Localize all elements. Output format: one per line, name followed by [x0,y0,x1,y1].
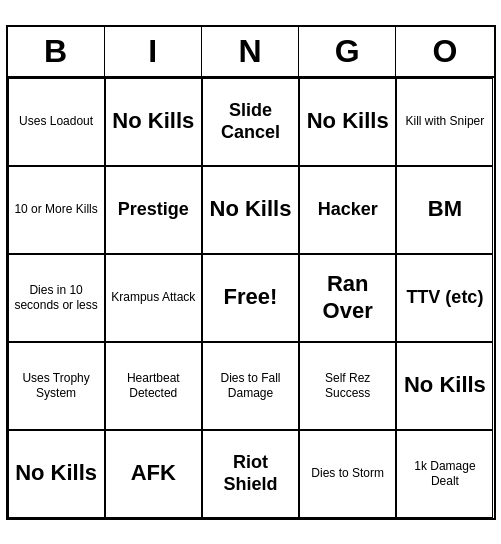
bingo-cell-14: TTV (etc) [396,254,493,342]
header-letter-B: B [8,27,105,76]
bingo-cell-11: Krampus Attack [105,254,202,342]
bingo-cell-19: No Kills [396,342,493,430]
bingo-cell-17: Dies to Fall Damage [202,342,299,430]
bingo-cell-12: Free! [202,254,299,342]
bingo-cell-0: Uses Loadout [8,78,105,166]
bingo-cell-3: No Kills [299,78,396,166]
bingo-grid: Uses LoadoutNo KillsSlide CancelNo Kills… [8,78,494,518]
bingo-cell-10: Dies in 10 seconds or less [8,254,105,342]
bingo-cell-5: 10 or More Kills [8,166,105,254]
header-letter-I: I [105,27,202,76]
bingo-cell-20: No Kills [8,430,105,518]
bingo-cell-18: Self Rez Success [299,342,396,430]
bingo-cell-2: Slide Cancel [202,78,299,166]
bingo-cell-8: Hacker [299,166,396,254]
header-letter-O: O [396,27,493,76]
bingo-cell-24: 1k Damage Dealt [396,430,493,518]
bingo-cell-7: No Kills [202,166,299,254]
bingo-cell-21: AFK [105,430,202,518]
header-letter-G: G [299,27,396,76]
bingo-cell-6: Prestige [105,166,202,254]
bingo-cell-1: No Kills [105,78,202,166]
bingo-card: BINGO Uses LoadoutNo KillsSlide CancelNo… [6,25,496,520]
bingo-cell-23: Dies to Storm [299,430,396,518]
bingo-cell-9: BM [396,166,493,254]
bingo-cell-22: Riot Shield [202,430,299,518]
bingo-cell-15: Uses Trophy System [8,342,105,430]
header-letter-N: N [202,27,299,76]
bingo-cell-4: Kill with Sniper [396,78,493,166]
bingo-header: BINGO [8,27,494,78]
bingo-cell-16: Heartbeat Detected [105,342,202,430]
bingo-cell-13: Ran Over [299,254,396,342]
